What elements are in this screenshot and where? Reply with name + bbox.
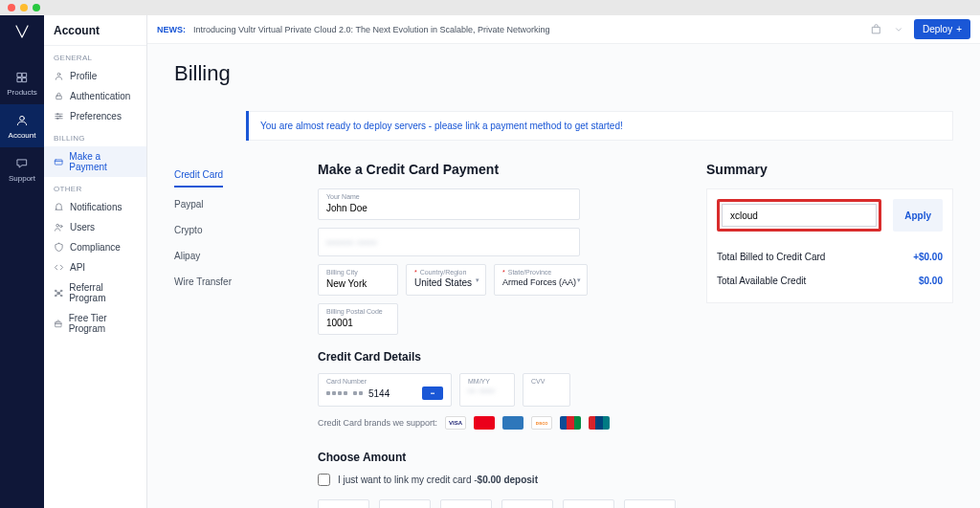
sidebar-item-label: Authentication — [70, 91, 130, 101]
svg-rect-0 — [17, 73, 21, 77]
sidebar-section-billing: BILLING — [44, 126, 146, 146]
cc-heading: Credit Card Details — [318, 350, 679, 364]
svg-point-5 — [57, 73, 60, 76]
name-input[interactable] — [326, 203, 571, 213]
card-number-field[interactable]: Card Number 5144 •• — [318, 373, 452, 407]
news-text[interactable]: Introducing Vultr Virtual Private Cloud … — [193, 25, 550, 34]
name-field[interactable]: Your Name — [318, 188, 580, 220]
link-card-checkbox[interactable] — [318, 474, 330, 486]
mac-min-dot[interactable] — [20, 4, 28, 11]
amount-25[interactable]: $25 — [379, 499, 431, 508]
apply-button[interactable]: Apply — [893, 199, 943, 232]
deploy-label: Deploy — [923, 24, 952, 34]
tab-alipay[interactable]: Alipay — [174, 243, 318, 269]
expiry-label: MM/YY — [468, 378, 506, 385]
expiry-masked: •• •••• — [468, 387, 506, 396]
tab-crypto[interactable]: Crypto — [174, 217, 318, 243]
state-field[interactable]: *State/Province Armed Forces (AA) ▾ — [494, 264, 588, 296]
sidebar-item-authentication[interactable]: Authentication — [44, 86, 146, 106]
address-field[interactable]: ••••••• ••••• — [318, 228, 580, 256]
sidebar-item-notifications[interactable]: Notifications — [44, 197, 146, 217]
sidebar-item-profile[interactable]: Profile — [44, 66, 146, 86]
svg-rect-6 — [56, 96, 62, 99]
chevron-down-icon: ▾ — [476, 276, 479, 284]
plus-icon: + — [956, 24, 962, 34]
amount-50[interactable]: $50 — [440, 499, 492, 508]
sidebar-section-other: OTHER — [44, 177, 146, 197]
sidebar-item-compliance[interactable]: Compliance — [44, 237, 146, 257]
payment-tabs: Credit Card Paypal Crypto Alipay Wire Tr… — [174, 162, 318, 508]
rail-label: Account — [9, 131, 36, 140]
sidebar-item-label: Users — [70, 222, 95, 232]
sidebar-item-make-payment[interactable]: Make a Payment — [44, 146, 146, 177]
sidebar-item-label: Compliance — [70, 242, 121, 253]
summary-line: Total Available Credit $0.00 — [717, 269, 943, 293]
logo-icon — [13, 23, 31, 42]
sidebar-item-preferences[interactable]: Preferences — [44, 106, 146, 126]
rail-label: Products — [7, 88, 37, 97]
discover-icon: DISCO — [531, 416, 552, 430]
mac-max-dot[interactable] — [33, 4, 40, 11]
jcb-icon — [560, 416, 581, 430]
tab-paypal[interactable]: Paypal — [174, 191, 318, 217]
summary-line-label: Total Billed to Credit Card — [717, 252, 825, 262]
summary-line-label: Total Available Credit — [717, 276, 806, 286]
tab-credit-card[interactable]: Credit Card — [174, 162, 223, 188]
svg-rect-1 — [23, 73, 27, 77]
tab-wire-transfer[interactable]: Wire Transfer — [174, 269, 318, 295]
summary-line-value: +$0.00 — [913, 252, 943, 262]
city-input[interactable] — [326, 278, 390, 289]
rail-item-products[interactable]: Products — [0, 61, 44, 104]
postal-field[interactable]: Billing Postal Code — [318, 303, 398, 335]
card-number-label: Card Number — [326, 378, 443, 385]
sidebar-title: Account — [44, 15, 146, 46]
cvv-label: CVV — [531, 378, 562, 385]
deploy-button[interactable]: Deploy + — [914, 19, 970, 39]
city-field[interactable]: Billing City — [318, 264, 398, 296]
amount-other[interactable]: Other — [624, 499, 676, 508]
address-masked: ••••••• ••••• — [326, 238, 377, 248]
sidebar-item-users[interactable]: Users — [44, 217, 146, 237]
chevron-down-icon[interactable] — [891, 22, 906, 37]
name-label: Your Name — [326, 193, 571, 200]
svg-rect-27 — [872, 27, 880, 33]
sidebar-item-label: Referral Program — [69, 282, 137, 303]
country-label: *Country/Region — [414, 269, 478, 276]
sidebar-item-referral[interactable]: Referral Program — [44, 277, 146, 308]
amount-250[interactable]: $250 — [563, 499, 614, 508]
cart-icon[interactable] — [868, 22, 883, 37]
cvv-field[interactable]: CVV — [523, 373, 570, 407]
info-banner: You are almost ready to deploy servers -… — [247, 111, 953, 141]
sidebar-item-free-tier[interactable]: Free Tier Program — [44, 308, 146, 339]
postal-input[interactable] — [326, 318, 390, 328]
expiry-field[interactable]: MM/YY •• •••• — [459, 373, 515, 407]
amount-10[interactable]: $10 — [318, 499, 369, 508]
sidebar-item-label: API — [70, 262, 85, 273]
promo-highlight — [717, 199, 881, 232]
country-field[interactable]: *Country/Region United States ▾ — [406, 264, 486, 296]
link-card-text: I just want to link my credit card - — [338, 475, 478, 485]
rail-item-support[interactable]: Support — [0, 147, 44, 190]
promo-input[interactable] — [722, 204, 877, 227]
amount-100[interactable]: $100 — [501, 499, 553, 508]
link-card-bold: $0.00 deposit — [478, 475, 538, 485]
cvv-value — [531, 387, 562, 398]
summary-line: Total Billed to Credit Card +$0.00 — [717, 245, 943, 269]
card-last4: 5144 — [368, 388, 390, 399]
choose-amount-heading: Choose Amount — [318, 451, 679, 464]
mac-close-dot[interactable] — [8, 4, 15, 11]
svg-point-15 — [56, 224, 59, 227]
topbar: NEWS: Introducing Vultr Virtual Private … — [147, 15, 980, 44]
svg-rect-2 — [17, 78, 21, 82]
unionpay-icon — [589, 416, 610, 430]
sidebar-item-api[interactable]: API — [44, 257, 146, 277]
city-label: Billing City — [326, 269, 390, 276]
news-tag: NEWS: — [157, 25, 186, 34]
amount-options: $10 $25 $50 $100 $250 Other — [318, 499, 679, 508]
sidebar-item-label: Profile — [70, 71, 97, 81]
link-card-row[interactable]: I just want to link my credit card -$0.0… — [318, 474, 679, 486]
postal-label: Billing Postal Code — [326, 308, 390, 315]
rail-label: Support — [9, 174, 35, 183]
form-heading: Make a Credit Card Payment — [318, 162, 679, 177]
rail-item-account[interactable]: Account — [0, 104, 44, 147]
